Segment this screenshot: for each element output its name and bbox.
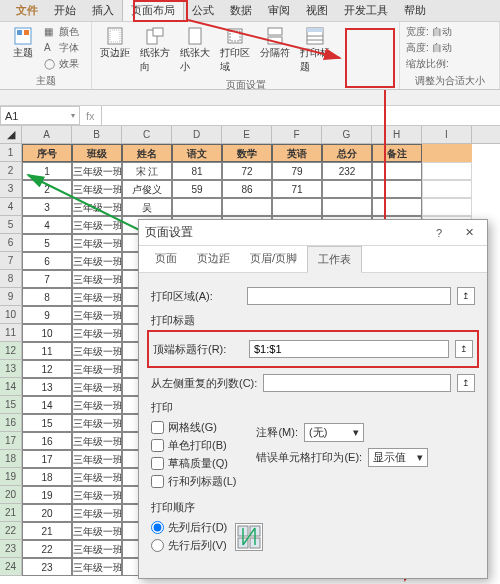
cell[interactable] <box>222 198 272 216</box>
row-header[interactable]: 19 <box>0 468 22 486</box>
cell[interactable]: 三年级一班 <box>72 522 122 540</box>
fonts-button[interactable]: A字体 <box>42 40 81 56</box>
cell[interactable]: 宋 江 <box>122 162 172 180</box>
cell[interactable]: 三年级一班 <box>72 540 122 558</box>
cell[interactable]: 三年级一班 <box>72 270 122 288</box>
themes-button[interactable]: 主题 <box>4 24 42 72</box>
cell[interactable]: 三年级一班 <box>72 486 122 504</box>
row-header[interactable]: 11 <box>0 324 22 342</box>
cell[interactable]: 2 <box>22 180 72 198</box>
cell[interactable]: 21 <box>22 522 72 540</box>
cell[interactable]: 三年级一班 <box>72 432 122 450</box>
cell[interactable]: 86 <box>222 180 272 198</box>
cell[interactable]: 8 <box>22 288 72 306</box>
cell[interactable]: 三年级一班 <box>72 324 122 342</box>
order-over-radio[interactable] <box>151 539 164 552</box>
help-button[interactable]: ? <box>427 225 451 241</box>
cell[interactable]: 三年级一班 <box>72 450 122 468</box>
row-header[interactable]: 10 <box>0 306 22 324</box>
gridlines-checkbox[interactable] <box>151 421 164 434</box>
ref-select-button[interactable]: ↥ <box>457 287 475 305</box>
header-cell[interactable]: 班级 <box>72 144 122 162</box>
cell[interactable]: 三年级一班 <box>72 504 122 522</box>
cell[interactable]: 12 <box>22 360 72 378</box>
comments-combo[interactable]: (无)▾ <box>304 423 364 442</box>
row-header[interactable]: 16 <box>0 414 22 432</box>
cell[interactable]: 10 <box>22 324 72 342</box>
cell[interactable]: 81 <box>172 162 222 180</box>
tab-view[interactable]: 视图 <box>298 0 336 21</box>
cell[interactable]: 5 <box>22 234 72 252</box>
header-cell[interactable]: 序号 <box>22 144 72 162</box>
row-header[interactable]: 5 <box>0 216 22 234</box>
cell[interactable]: 三年级一班 <box>72 378 122 396</box>
tab-data[interactable]: 数据 <box>222 0 260 21</box>
col-header[interactable]: C <box>122 126 172 143</box>
breaks-button[interactable]: 分隔符 <box>256 24 294 76</box>
tab-page-layout[interactable]: 页面布局 <box>122 0 184 21</box>
print-area-button[interactable]: 打印区域 <box>216 24 254 76</box>
cell[interactable]: 15 <box>22 414 72 432</box>
cell[interactable]: 三年级一班 <box>72 414 122 432</box>
row-header[interactable]: 12 <box>0 342 22 360</box>
cell[interactable]: 16 <box>22 432 72 450</box>
cell[interactable]: 三年级一班 <box>72 216 122 234</box>
row-header[interactable]: 9 <box>0 288 22 306</box>
cell[interactable]: 71 <box>272 180 322 198</box>
cell[interactable]: 三年级一班 <box>72 252 122 270</box>
dlg-tab-page[interactable]: 页面 <box>145 246 187 272</box>
cell[interactable] <box>322 180 372 198</box>
cell[interactable] <box>322 198 372 216</box>
width-row[interactable]: 宽度:自动 <box>404 24 495 40</box>
row-header[interactable]: 18 <box>0 450 22 468</box>
row-header[interactable]: 1 <box>0 144 22 162</box>
ref-select-button[interactable]: ↥ <box>455 340 473 358</box>
fx-icon[interactable]: fx <box>86 110 95 122</box>
ref-select-button[interactable]: ↥ <box>457 374 475 392</box>
cell[interactable]: 吴 <box>122 198 172 216</box>
print-area-input[interactable] <box>247 287 451 305</box>
col-header[interactable]: H <box>372 126 422 143</box>
cell[interactable]: 18 <box>22 468 72 486</box>
cell[interactable]: 20 <box>22 504 72 522</box>
tab-insert[interactable]: 插入 <box>84 0 122 21</box>
cell[interactable] <box>422 198 472 216</box>
errors-combo[interactable]: 显示值▾ <box>368 448 428 467</box>
header-cell[interactable]: 备注 <box>372 144 422 162</box>
tab-formulas[interactable]: 公式 <box>184 0 222 21</box>
row-header[interactable]: 7 <box>0 252 22 270</box>
row-header[interactable]: 4 <box>0 198 22 216</box>
col-header[interactable]: I <box>422 126 472 143</box>
col-header[interactable]: B <box>72 126 122 143</box>
print-titles-button[interactable]: 打印标题 <box>296 24 334 76</box>
cell[interactable] <box>272 198 322 216</box>
cell[interactable]: 三年级一班 <box>72 198 122 216</box>
margins-button[interactable]: 页边距 <box>96 24 134 76</box>
cell[interactable]: 三年级一班 <box>72 234 122 252</box>
cell[interactable]: 9 <box>22 306 72 324</box>
cell[interactable] <box>372 162 422 180</box>
row-header[interactable]: 13 <box>0 360 22 378</box>
left-cols-input[interactable] <box>263 374 451 392</box>
col-header[interactable]: A <box>22 126 72 143</box>
cell[interactable] <box>422 162 472 180</box>
cell[interactable]: 11 <box>22 342 72 360</box>
header-cell[interactable]: 英语 <box>272 144 322 162</box>
cell[interactable]: 79 <box>272 162 322 180</box>
tab-home[interactable]: 开始 <box>46 0 84 21</box>
cell[interactable]: 三年级一班 <box>72 180 122 198</box>
row-header[interactable]: 6 <box>0 234 22 252</box>
cell[interactable] <box>372 198 422 216</box>
cell[interactable]: 三年级一班 <box>72 288 122 306</box>
cell[interactable]: 13 <box>22 378 72 396</box>
name-box[interactable]: A1▾ <box>0 106 80 125</box>
effects-button[interactable]: ◯效果 <box>42 56 81 72</box>
header-cell[interactable]: 语文 <box>172 144 222 162</box>
colors-button[interactable]: ▦颜色 <box>42 24 81 40</box>
col-header[interactable]: D <box>172 126 222 143</box>
cell[interactable] <box>172 198 222 216</box>
orientation-button[interactable]: 纸张方向 <box>136 24 174 76</box>
size-button[interactable]: 纸张大小 <box>176 24 214 76</box>
row-header[interactable]: 20 <box>0 486 22 504</box>
dlg-tab-headerfooter[interactable]: 页眉/页脚 <box>240 246 307 272</box>
